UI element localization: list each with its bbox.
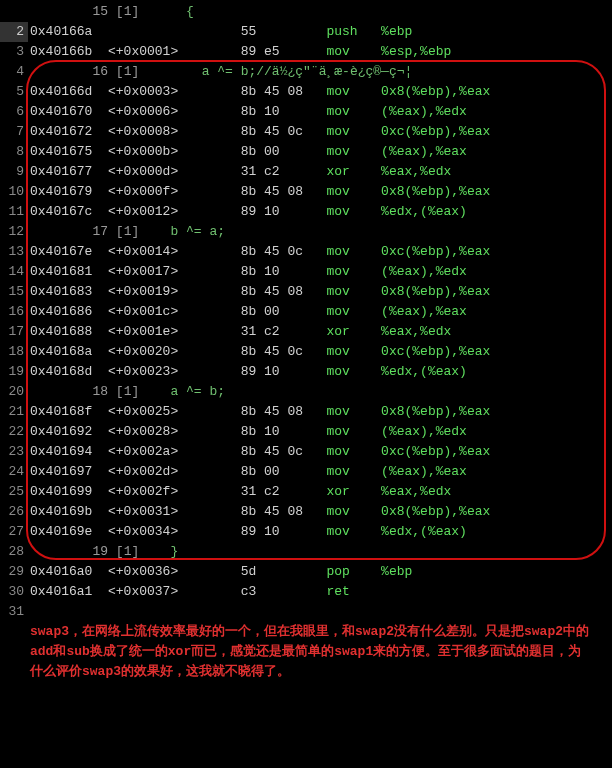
operands: %edx,(%eax) [381,364,467,379]
hex-bytes: 8b 45 0c [241,444,327,459]
offset: <+0x002d> [108,464,241,479]
address: 0x401688 [30,324,108,339]
asm-line: 0x401681 <+0x0017> 8b 10 mov (%eax),%edx [30,262,590,282]
operands: (%eax),%edx [381,424,467,439]
line-number: 20 [0,382,28,402]
line-number: 16 [0,302,28,322]
address: 0x40168d [30,364,108,379]
line-number: 24 [0,462,28,482]
address: 0x401686 [30,304,108,319]
address: 0x401692 [30,424,108,439]
mnemonic: push [326,24,381,39]
mnemonic: mov [326,44,381,59]
mnemonic: xor [326,484,381,499]
asm-line: 0x401677 <+0x000d> 31 c2 xor %eax,%edx [30,162,590,182]
mnemonic: mov [326,444,381,459]
asm-line: 0x40169b <+0x0031> 8b 45 08 mov 0x8(%ebp… [30,502,590,522]
line-number: 26 [0,502,28,522]
offset: <+0x0037> [108,584,241,599]
offset: <+0x0020> [108,344,241,359]
mnemonic: mov [326,344,381,359]
operands: 0x8(%ebp),%eax [381,184,490,199]
line-number: 8 [0,142,28,162]
operands: 0x8(%ebp),%eax [381,404,490,419]
annotation-text: swap3，在网络上流传效率最好的一个，但在我眼里，和swap2没有什么差别。只… [30,622,590,682]
address: 0x401677 [30,164,108,179]
hex-bytes: 5d [241,564,327,579]
mnemonic: mov [326,184,381,199]
offset: <+0x0031> [108,504,241,519]
mnemonic: mov [326,464,381,479]
line-number: 25 [0,482,28,502]
mnemonic: mov [326,84,381,99]
line-number: 5 [0,82,28,102]
asm-line: 0x401675 <+0x000b> 8b 00 mov (%eax),%eax [30,142,590,162]
address: 0x401675 [30,144,108,159]
line-number: 2 [0,22,28,42]
line-number: 17 [0,322,28,342]
mnemonic: mov [326,124,381,139]
mnemonic: mov [326,264,381,279]
source-meta: 19 [1] [92,544,154,559]
source-line: 16 [1] a ^= b;//ä½¿ç"¨ä¸æ-è¿ç®—ç¬¦ [30,62,590,82]
line-number: 28 [0,542,28,562]
operands: %ebp [381,24,412,39]
source-code: } [155,544,178,559]
source-line: 18 [1] a ^= b; [30,382,590,402]
mnemonic: mov [326,364,381,379]
asm-line: 0x40166b <+0x0001> 89 e5 mov %esp,%ebp [30,42,590,62]
operands: %eax,%edx [381,164,451,179]
source-line: 15 [1] { [30,2,590,22]
offset [108,24,241,39]
line-number: 30 [0,582,28,602]
hex-bytes: 8b 00 [241,144,327,159]
offset: <+0x0036> [108,564,241,579]
operands: %edx,(%eax) [381,204,467,219]
asm-line: 0x4016a0 <+0x0036> 5d pop %ebp [30,562,590,582]
line-number: 11 [0,202,28,222]
mnemonic: mov [326,404,381,419]
offset: <+0x001e> [108,324,241,339]
mnemonic: mov [326,284,381,299]
mnemonic: mov [326,304,381,319]
line-number: 23 [0,442,28,462]
address: 0x401694 [30,444,108,459]
line-number: 7 [0,122,28,142]
offset: <+0x0003> [108,84,241,99]
operands: (%eax),%edx [381,104,467,119]
asm-line: 0x401683 <+0x0019> 8b 45 08 mov 0x8(%ebp… [30,282,590,302]
address: 0x4016a1 [30,584,108,599]
offset: <+0x0019> [108,284,241,299]
line-number: 6 [0,102,28,122]
operands: %edx,(%eax) [381,524,467,539]
source-meta: 17 [1] [92,224,154,239]
hex-bytes: 8b 10 [241,264,327,279]
operands: (%eax),%eax [381,464,467,479]
hex-bytes: 8b 45 08 [241,404,327,419]
operands: 0xc(%ebp),%eax [381,444,490,459]
hex-bytes: 8b 45 08 [241,284,327,299]
line-number: 15 [0,282,28,302]
address: 0x401672 [30,124,108,139]
source-code: a ^= b; [155,384,225,399]
hex-bytes: 8b 10 [241,104,327,119]
operands: (%eax),%eax [381,304,467,319]
offset: <+0x0034> [108,524,241,539]
code-area[interactable]: 15 [1] {0x40166a 55 push %ebp0x40166b <+… [30,2,590,682]
offset: <+0x0012> [108,204,241,219]
hex-bytes: 89 10 [241,524,327,539]
line-number-gutter: 2345678910111213141516171819202122232425… [0,2,28,622]
line-number: 13 [0,242,28,262]
asm-line: 0x401694 <+0x002a> 8b 45 0c mov 0xc(%ebp… [30,442,590,462]
address: 0x40168f [30,404,108,419]
hex-bytes: 89 e5 [241,44,327,59]
source-line: 19 [1] } [30,542,590,562]
hex-bytes: 89 10 [241,364,327,379]
source-code: a ^= b;//ä½¿ç"¨ä¸æ-è¿ç®—ç¬¦ [155,64,412,79]
address: 0x401697 [30,464,108,479]
hex-bytes: c3 [241,584,327,599]
offset: <+0x002f> [108,484,241,499]
operands: (%eax),%eax [381,144,467,159]
line-number: 19 [0,362,28,382]
line-number: 3 [0,42,28,62]
